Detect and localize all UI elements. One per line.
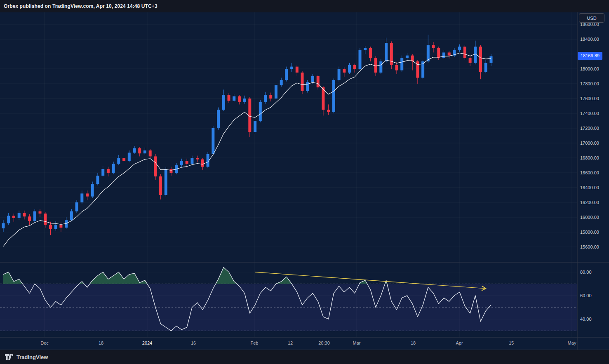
tradingview-logo-icon (5, 354, 14, 360)
time-axis-label: May (568, 341, 576, 345)
price-axis-label: 18000.00 (580, 66, 599, 72)
time-axis-label: Feb (251, 341, 259, 345)
attribution-text[interactable]: Orbex published on TradingView.com, Apr … (4, 3, 158, 9)
price-axis-label: 17800.00 (580, 81, 599, 87)
price-axis-label: 17600.00 (580, 96, 599, 101)
tradingview-brand-text: TradingView (16, 354, 48, 360)
time-axis-label: Dec (40, 341, 49, 345)
price-axis-label: 15800.00 (580, 229, 599, 235)
attribution-bar: Orbex published on TradingView.com, Apr … (0, 0, 609, 12)
price-axis-label: 15600.00 (580, 244, 599, 250)
price-axis-label: 17200.00 (580, 125, 599, 131)
time-axis-label: 2024 (142, 341, 152, 345)
price-axis-label: 17400.00 (580, 110, 599, 116)
rsi-axis-label: 60.00 (580, 293, 592, 298)
price-axis-label: 17000.00 (580, 140, 599, 146)
price-axis[interactable]: USD 18600.0018400.0018200.0018000.001780… (577, 0, 609, 350)
price-axis-label: 16400.00 (580, 185, 599, 190)
price-axis-label: 16000.00 (580, 214, 599, 220)
time-axis-label: 15 (509, 341, 514, 345)
time-axis-label: 18 (411, 341, 416, 345)
time-axis-label: 12 (288, 341, 293, 345)
price-axis-label: 16600.00 (580, 170, 599, 176)
time-axis-label: Apr (456, 341, 463, 345)
time-axis-label: 20:30 (318, 341, 330, 345)
currency-usd-button[interactable]: USD (579, 13, 604, 23)
last-price-label: 18169.89 (578, 52, 602, 60)
rsi-axis-label: 40.00 (580, 316, 592, 322)
footer-bar: TradingView (0, 350, 609, 364)
price-axis-label: 16200.00 (580, 200, 599, 205)
tradingview-published-chart: Orbex published on TradingView.com, Apr … (0, 0, 609, 364)
candlestick-rsi-chart-canvas[interactable] (0, 0, 609, 364)
price-axis-label: 16800.00 (580, 155, 599, 161)
time-axis-label: Mar (353, 341, 361, 345)
price-axis-label: 18400.00 (580, 36, 599, 42)
time-axis-label: 18 (99, 341, 103, 345)
tradingview-brand-link[interactable]: TradingView (5, 354, 48, 360)
time-axis[interactable]: Dec18202416Feb1220:30Mar18Apr15May (0, 337, 577, 350)
rsi-axis-label: 80.00 (580, 269, 592, 275)
time-axis-label: 16 (191, 341, 196, 345)
